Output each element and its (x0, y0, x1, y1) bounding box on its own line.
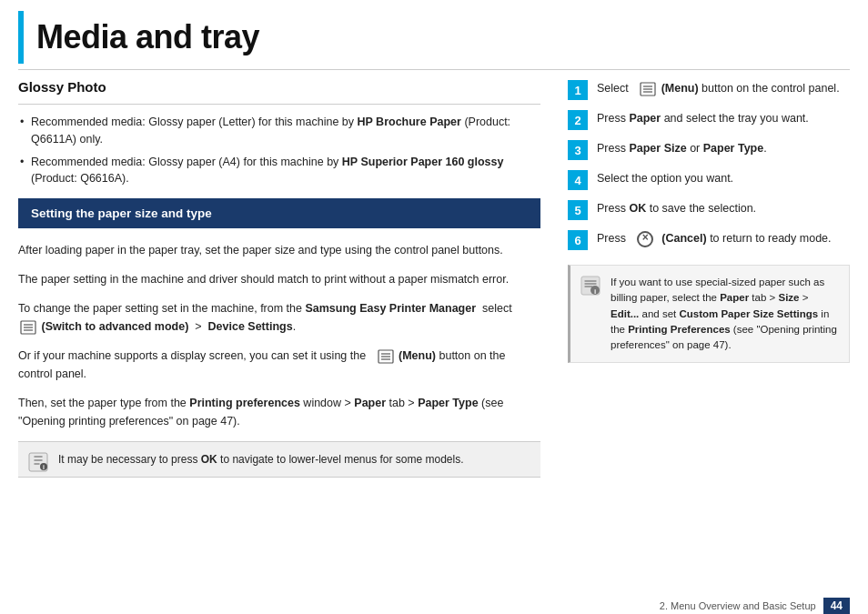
step-item-1: 1 Select (Menu) button on the control pa… (568, 79, 850, 100)
info-note-box: i If you want to use special-sized paper… (568, 265, 850, 363)
step-item-5: 5 Press OK to save the selection. (568, 199, 850, 220)
step-text-2: Press Paper and select the tray you want… (597, 109, 809, 127)
step-item-3: 3 Press Paper Size or Paper Type. (568, 139, 850, 160)
info-note-text: If you want to use special-sized paper s… (611, 277, 837, 350)
step-text-5: Press OK to save the selection. (597, 199, 756, 217)
glossy-photo-heading: Glossy Photo (18, 79, 540, 95)
content-columns: Glossy Photo Recommended media: Glossy p… (0, 79, 868, 478)
para-4: Or if your machine supports a display sc… (18, 347, 540, 383)
note-box: i It may be necessary to press OK to nav… (18, 441, 540, 478)
svg-text:i: i (43, 464, 45, 470)
page-header: Media and tray (18, 11, 850, 64)
step-text-1: Select (Menu) button on the control pane… (597, 79, 840, 97)
step-text-4: Select the option you want. (597, 169, 733, 187)
page-number-badge: 44 (823, 598, 850, 614)
list-item: Recommended media: Glossy paper (Letter)… (18, 114, 540, 148)
step-number-4: 4 (568, 170, 588, 190)
list-item: Recommended media: Glossy paper (A4) for… (18, 154, 540, 188)
info-note-icon: i (580, 275, 601, 297)
step-list: 1 Select (Menu) button on the control pa… (568, 79, 850, 250)
step-number-3: 3 (568, 140, 588, 160)
note-text: It may be necessary to press OK to navig… (58, 453, 464, 466)
para-3: To change the paper setting set in the m… (18, 299, 540, 336)
bullet-text-2: Recommended media: Glossy paper (A4) for… (31, 156, 503, 186)
glossy-divider (18, 104, 540, 105)
note-icon: i (27, 451, 49, 473)
para-1: After loading paper in the paper tray, s… (18, 241, 540, 259)
step-text-6: Press (Cancel) to return to ready mode. (597, 229, 832, 247)
step-number-6: 6 (568, 230, 588, 250)
page-footer: 2. Menu Overview and Basic Setup 44 (660, 598, 850, 614)
menu-icon-inline-2 (378, 349, 394, 364)
step-number-1: 1 (568, 80, 588, 100)
footer-text: 2. Menu Overview and Basic Setup (660, 600, 816, 611)
step-item-2: 2 Press Paper and select the tray you wa… (568, 109, 850, 130)
menu-icon-step1 (640, 82, 656, 96)
right-column: 1 Select (Menu) button on the control pa… (568, 79, 850, 478)
page-container: Media and tray Glossy Photo Recommended … (0, 11, 868, 614)
left-column: Glossy Photo Recommended media: Glossy p… (18, 79, 540, 478)
header-divider (18, 69, 850, 70)
bullet-text-1: Recommended media: Glossy paper (Letter)… (31, 116, 510, 146)
glossy-bullet-list: Recommended media: Glossy paper (Letter)… (18, 114, 540, 187)
cancel-icon (637, 231, 653, 247)
step-item-6: 6 Press (Cancel) to return to ready mode… (568, 229, 850, 250)
svg-text:i: i (594, 287, 596, 296)
para-2: The paper setting in the machine and dri… (18, 270, 540, 288)
para-5: Then, set the paper type from the Printi… (18, 394, 540, 430)
menu-icon-inline (20, 320, 36, 335)
step-number-5: 5 (568, 200, 588, 220)
setting-section-header: Setting the paper size and type (18, 198, 540, 228)
page-title: Media and tray (36, 18, 850, 56)
step-text-3: Press Paper Size or Paper Type. (597, 139, 767, 157)
step-number-2: 2 (568, 110, 588, 130)
step-item-4: 4 Select the option you want. (568, 169, 850, 190)
